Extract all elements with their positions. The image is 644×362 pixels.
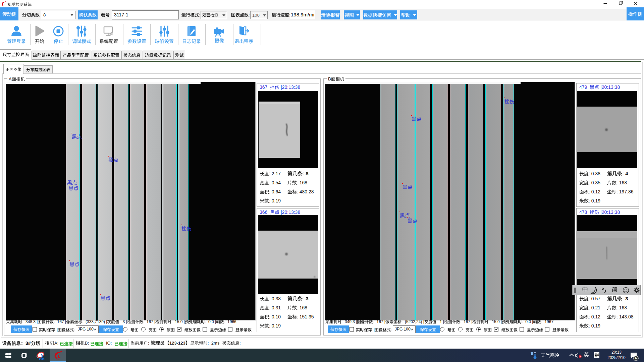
svg-text:6: 6 [635, 356, 637, 360]
